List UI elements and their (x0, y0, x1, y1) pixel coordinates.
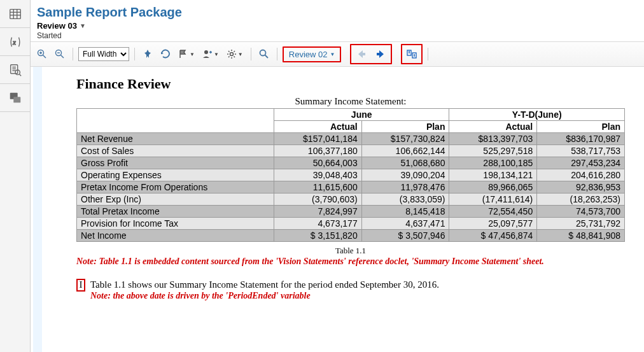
table-header-sub: Actual (449, 121, 537, 133)
svg-line-26 (265, 55, 268, 59)
svg-rect-13 (13, 97, 20, 102)
chevron-down-icon: ▼ (330, 52, 335, 57)
review-instance-label: Review 02 (289, 50, 328, 59)
separator (277, 48, 277, 60)
separator (134, 48, 135, 60)
cell-value: 39,048,403 (274, 169, 361, 181)
left-rail: x (0, 0, 31, 352)
svg-line-19 (61, 55, 64, 59)
note-1: Note: Table 1.1 is embedded content sour… (76, 256, 625, 268)
variable-icon[interactable]: x (0, 28, 30, 56)
svg-point-21 (204, 50, 208, 54)
row-label: Cost of Sales (77, 145, 274, 157)
svg-point-24 (230, 53, 233, 56)
prev-arrow-icon[interactable] (354, 46, 369, 62)
table-header-blank (77, 109, 274, 133)
svg-rect-0 (10, 9, 20, 18)
separator (251, 48, 251, 60)
cell-value: 4,673,177 (274, 218, 361, 230)
separator (73, 48, 73, 60)
inspect-icon[interactable] (0, 56, 30, 84)
flag-dropdown[interactable]: ▼ (176, 46, 197, 62)
table-header-sub: Actual (274, 121, 361, 133)
insert-marker: I (76, 279, 85, 292)
table-row: Other Exp (Inc)(3,790,603)(3,833,059)(17… (77, 194, 625, 206)
table-row: Net Income$ 3,151,820$ 3,507,946$ 47,456… (77, 230, 625, 242)
doc-margin (33, 67, 42, 352)
grid-icon[interactable] (0, 0, 30, 28)
cell-value: 297,453,234 (537, 157, 625, 169)
svg-line-11 (19, 74, 21, 76)
review-instance-dropdown[interactable]: Review 02 ▼ (285, 48, 339, 60)
table-row: Pretax Income From Operations11,615,6001… (77, 181, 625, 194)
status-label: Started (37, 31, 638, 40)
table-header-sub: Plan (361, 121, 449, 133)
row-label: Net Revenue (77, 133, 274, 145)
row-label: Operating Expenses (77, 169, 274, 181)
chevron-down-icon: ▼ (214, 52, 219, 57)
chevron-down-icon: ▼ (190, 52, 195, 57)
cell-value: 525,297,518 (449, 145, 537, 157)
cell-value: 39,090,204 (361, 169, 449, 181)
user-dropdown[interactable]: ▼ (200, 46, 221, 62)
cell-value: (3,833,059) (361, 194, 449, 206)
table-row: Total Pretax Income7,824,9978,145,41872,… (77, 206, 625, 218)
cell-value: $ 48,841,908 (537, 230, 625, 242)
cell-value: 106,662,144 (361, 145, 449, 157)
cell-value: $ 3,507,946 (361, 230, 449, 242)
cell-value: 50,664,003 (274, 157, 361, 169)
cell-value: $ 47,456,874 (449, 230, 537, 242)
zoom-out-icon[interactable] (52, 46, 67, 62)
gear-dropdown[interactable]: ▼ (224, 46, 246, 62)
toolbar: Full Width ▼ ▼ ▼ (31, 41, 644, 67)
cell-value: 92,836,953 (537, 181, 625, 194)
cell-value: 89,966,065 (449, 181, 537, 194)
cell-value: (17,411,614) (449, 194, 537, 206)
svg-point-25 (260, 50, 265, 56)
cell-value: 72,554,450 (449, 206, 537, 218)
row-label: Gross Profit (77, 157, 274, 169)
table-header-group: June (274, 109, 449, 121)
row-label: Other Exp (Inc) (77, 194, 274, 206)
doc-gutter (42, 67, 76, 352)
cell-value: 4,637,471 (361, 218, 449, 230)
cell-value: (18,263,253) (537, 194, 625, 206)
cell-value: 11,978,476 (361, 181, 449, 194)
cell-value: 198,134,121 (449, 169, 537, 181)
zoom-in-icon[interactable] (34, 46, 50, 62)
chevron-down-icon: ▼ (238, 52, 243, 57)
row-label: Net Income (77, 230, 274, 242)
document-area: Finance Review Summary Income Statement:… (31, 67, 644, 352)
next-arrow-icon[interactable] (373, 46, 388, 62)
cell-value: $836,170,987 (537, 133, 625, 145)
search-icon[interactable] (256, 46, 272, 62)
cell-value: 25,097,577 (449, 218, 537, 230)
table-row: Cost of Sales106,377,180106,662,144525,2… (77, 145, 625, 157)
refresh-icon[interactable] (158, 46, 173, 62)
header: Sample Report Package Review 03 ▼ Starte… (31, 0, 644, 41)
cell-value: 8,145,418 (361, 206, 449, 218)
separator (428, 48, 428, 60)
row-label: Total Pretax Income (77, 206, 274, 218)
cell-value: (3,790,603) (274, 194, 361, 206)
row-label: Pretax Income From Operations (77, 181, 274, 194)
cell-value: $157,041,184 (274, 133, 361, 145)
zoom-select[interactable]: Full Width (78, 47, 129, 61)
row-label: Provision for Income Tax (77, 218, 274, 230)
review-label: Review 03 (37, 21, 77, 31)
compare-icon[interactable] (404, 46, 419, 62)
chevron-down-icon: ▼ (80, 22, 86, 29)
comment-icon[interactable] (0, 84, 30, 112)
svg-line-15 (43, 55, 46, 59)
note-2: Note: the above date is driven by the 'P… (90, 290, 439, 302)
package-title: Sample Report Package (37, 5, 638, 20)
income-table: June Y-T-D(June) Actual Plan Actual Plan… (76, 108, 625, 242)
cell-value: $ 3,151,820 (274, 230, 361, 242)
table-header-group: Y-T-D(June) (449, 109, 625, 121)
cell-value: $157,730,824 (361, 133, 449, 145)
cell-value: 288,100,185 (449, 157, 537, 169)
svg-text:x: x (12, 38, 16, 45)
pin-icon[interactable] (140, 46, 155, 62)
cell-value: 204,616,280 (537, 169, 625, 181)
review-selector[interactable]: Review 03 ▼ (37, 21, 638, 31)
